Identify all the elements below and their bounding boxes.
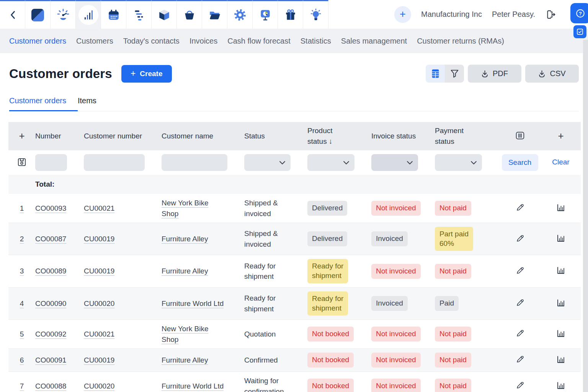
- tab-customer-orders[interactable]: Customer orders: [9, 93, 78, 111]
- customer-number-link[interactable]: CU00021: [84, 204, 114, 212]
- customer-name-link[interactable]: New York Bike Shop: [162, 324, 226, 345]
- nav-item-today-s-contacts[interactable]: Today's contacts: [123, 37, 180, 46]
- edit-order-button[interactable]: [514, 296, 526, 309]
- customer-name-link[interactable]: New York Bike Shop: [162, 198, 226, 219]
- reports-presentation-icon[interactable]: [253, 0, 278, 29]
- help-button[interactable]: ?: [570, 3, 588, 23]
- order-number-link[interactable]: CO00090: [35, 299, 66, 307]
- customer-number-filter-input[interactable]: [84, 154, 145, 171]
- row-number-link[interactable]: 6: [20, 356, 24, 364]
- header-status[interactable]: Status: [244, 131, 307, 142]
- pencil-icon: [515, 298, 525, 307]
- order-number-link[interactable]: CO00087: [35, 235, 66, 243]
- order-chart-button[interactable]: [554, 232, 567, 245]
- order-chart-button[interactable]: [554, 379, 567, 392]
- header-payment-status[interactable]: Payment status: [435, 125, 499, 146]
- clear-button[interactable]: Clear: [552, 158, 569, 166]
- calendar-icon[interactable]: [101, 0, 126, 29]
- edit-order-button[interactable]: [514, 264, 526, 277]
- add-column-button[interactable]: +: [555, 130, 566, 141]
- dashboard-gauge-icon[interactable]: [51, 0, 76, 29]
- customer-number-link[interactable]: CU00019: [84, 267, 114, 275]
- filter-view-button[interactable]: [445, 65, 464, 83]
- download-pdf-button[interactable]: PDF: [468, 65, 521, 83]
- customer-number-link[interactable]: CU00019: [84, 356, 114, 364]
- create-button[interactable]: + Create: [121, 65, 172, 83]
- logout-button[interactable]: [545, 9, 556, 20]
- rewards-gift-icon[interactable]: [278, 0, 303, 29]
- column-settings-button[interactable]: [513, 129, 527, 142]
- nav-item-invoices[interactable]: Invoices: [189, 37, 217, 46]
- nav-item-cash-flow-forecast[interactable]: Cash flow forecast: [227, 37, 291, 46]
- settings-gear-icon[interactable]: [227, 0, 253, 29]
- customer-number-link[interactable]: CU00021: [84, 330, 114, 338]
- download-csv-button[interactable]: CSV: [525, 65, 579, 83]
- customer-number-link[interactable]: CU00019: [84, 235, 114, 243]
- order-number-link[interactable]: CO00092: [35, 330, 66, 338]
- customer-name-link[interactable]: Furniture World Ltd: [162, 381, 224, 392]
- tab-items[interactable]: Items: [78, 93, 108, 111]
- sales-chart-icon[interactable]: [76, 0, 101, 29]
- header-customer-name[interactable]: Customer name: [162, 131, 244, 142]
- invoice-status-filter-select[interactable]: [371, 154, 418, 171]
- customer-name-link[interactable]: Furniture World Ltd: [162, 298, 224, 309]
- nav-item-customers[interactable]: Customers: [76, 37, 113, 46]
- page-scrollbar[interactable]: [583, 40, 588, 392]
- product-status-filter-select[interactable]: [307, 154, 354, 171]
- nav-item-customer-orders[interactable]: Customer orders: [9, 37, 66, 46]
- order-chart-button[interactable]: [554, 264, 567, 277]
- order-number-link[interactable]: CO00093: [35, 204, 66, 212]
- table-view-icon: [431, 69, 439, 78]
- payment-status-filter-select[interactable]: [435, 154, 482, 171]
- edit-order-button[interactable]: [514, 327, 526, 340]
- tasks-button[interactable]: [573, 25, 586, 38]
- row-number-link[interactable]: 1: [20, 204, 24, 212]
- app-icon-strip: [0, 0, 328, 29]
- number-filter-input[interactable]: [35, 154, 67, 171]
- customer-number-link[interactable]: CU00020: [84, 382, 114, 390]
- order-number-link[interactable]: CO00091: [35, 356, 66, 364]
- status-filter-select[interactable]: [244, 154, 291, 171]
- gantt-icon[interactable]: [126, 0, 152, 29]
- nav-item-customer-returns-rmas[interactable]: Customer returns (RMAs): [417, 37, 504, 46]
- save-filter-button[interactable]: [15, 155, 29, 169]
- edit-order-button[interactable]: [514, 353, 526, 366]
- customer-name-link[interactable]: Furniture Alley: [162, 266, 208, 277]
- customer-name-filter-input[interactable]: [162, 154, 227, 171]
- search-button[interactable]: Search: [502, 154, 538, 171]
- row-number-link[interactable]: 7: [20, 382, 24, 390]
- row-number-link[interactable]: 3: [20, 267, 24, 275]
- chevron-down-icon: [470, 161, 477, 165]
- customer-name-link[interactable]: Furniture Alley: [162, 234, 208, 244]
- table-view-button[interactable]: [426, 65, 445, 83]
- nav-item-statistics[interactable]: Statistics: [301, 37, 331, 46]
- ideas-lightbulb-icon[interactable]: [303, 0, 328, 29]
- home-logo-icon[interactable]: [25, 0, 51, 29]
- order-chart-button[interactable]: [554, 201, 567, 214]
- documents-folder-icon[interactable]: [202, 0, 227, 29]
- order-number-link[interactable]: CO00089: [35, 267, 66, 275]
- order-number-link[interactable]: CO00088: [35, 382, 66, 390]
- row-number-link[interactable]: 2: [20, 235, 24, 243]
- order-chart-button[interactable]: [554, 327, 567, 340]
- customer-name-link[interactable]: Furniture Alley: [162, 355, 208, 366]
- header-invoice-status[interactable]: Invoice status: [371, 131, 435, 142]
- header-product-status[interactable]: Product status ↓: [307, 125, 371, 146]
- edit-order-button[interactable]: [514, 232, 526, 245]
- row-number-link[interactable]: 4: [20, 299, 24, 307]
- edit-order-button[interactable]: [514, 201, 526, 214]
- header-number[interactable]: Number: [35, 131, 84, 142]
- stock-cube-icon[interactable]: [152, 0, 177, 29]
- row-number-link[interactable]: 5: [20, 330, 24, 338]
- customer-number-link[interactable]: CU00020: [84, 299, 114, 307]
- user-menu[interactable]: Peter Peasy.: [492, 10, 535, 19]
- back-icon[interactable]: [0, 0, 25, 29]
- add-order-button[interactable]: +: [16, 130, 27, 141]
- procurement-basket-icon[interactable]: [177, 0, 202, 29]
- quick-add-button[interactable]: +: [394, 6, 411, 23]
- edit-order-button[interactable]: [514, 379, 526, 392]
- header-customer-number[interactable]: Customer number: [84, 131, 162, 142]
- order-chart-button[interactable]: [554, 296, 567, 309]
- nav-item-sales-management[interactable]: Sales management: [341, 37, 407, 46]
- order-chart-button[interactable]: [554, 353, 567, 366]
